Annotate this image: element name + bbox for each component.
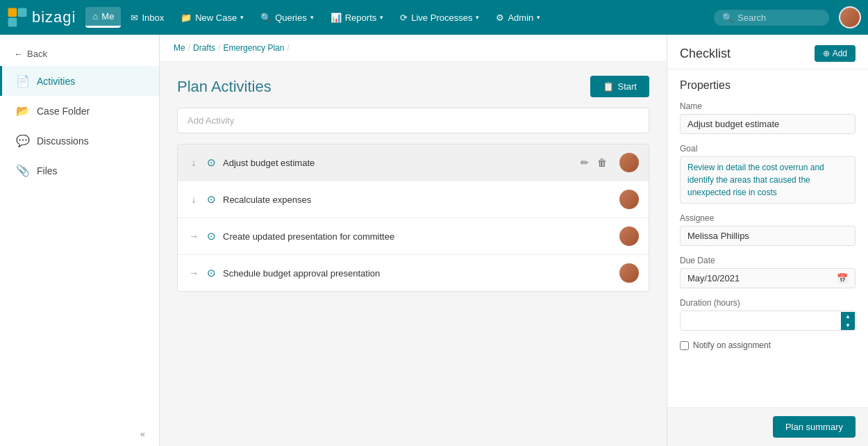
activity-arrow-down-1: ↓ (187, 157, 200, 168)
nav-admin[interactable]: ⚙ Admin ▾ (489, 8, 547, 27)
activity-name-4: Schedule budget approval presentation (223, 268, 612, 279)
home-icon: ⌂ (92, 11, 98, 22)
nav-inbox[interactable]: ✉ Inbox (124, 8, 171, 27)
breadcrumb-drafts[interactable]: Drafts (193, 43, 215, 53)
topnav: bizagi ⌂ Me ✉ Inbox 📁 New Case ▾ 🔍 Queri… (0, 0, 868, 35)
start-button[interactable]: 📋 Start (590, 76, 649, 97)
delete-button-1[interactable]: 🗑 (594, 156, 610, 170)
reports-icon: 📊 (331, 13, 342, 23)
activity-name-1: Adjust budget estimate (223, 158, 571, 168)
goal-value: Review in detail the cost overrun and id… (680, 156, 856, 204)
reports-caret: ▾ (380, 14, 383, 21)
new-case-caret: ▾ (240, 14, 244, 21)
due-date-value[interactable]: May/10/2021 📅 (680, 268, 856, 288)
main-layout: ← Back 📄 Activities 📂 Case Folder 💬 Disc… (0, 35, 868, 446)
sidebar-collapse-button[interactable]: « (0, 422, 159, 446)
duration-increment[interactable]: ▲ (841, 312, 855, 321)
checklist-title: Checklist (680, 47, 731, 61)
duration-field-group: Duration (hours) ▲ ▼ (680, 298, 856, 331)
activity-arrow-down-2: ↓ (187, 194, 200, 205)
activity-clock-icon-4: ⊙ (207, 267, 216, 279)
admin-caret: ▾ (537, 14, 540, 21)
properties-title: Properties (680, 79, 856, 92)
activities-icon: 📄 (16, 74, 30, 88)
duration-spinner: ▲ ▼ (841, 312, 855, 330)
activity-row[interactable]: ↓ ⊙ Adjust budget estimate ✏ 🗑 (178, 144, 649, 181)
activity-avatar-3 (619, 226, 639, 246)
svg-rect-0 (8, 8, 17, 17)
activity-name-2: Recalculate expenses (223, 195, 612, 205)
duration-label: Duration (hours) (680, 298, 856, 308)
nav-me[interactable]: ⌂ Me (85, 7, 121, 28)
right-panel: Checklist ⊕ Add Properties Name Adjust b… (667, 35, 868, 446)
activity-row[interactable]: → ⊙ Schedule budget approval presentatio… (178, 255, 649, 291)
page-header: Plan Activities 📋 Start (177, 76, 649, 97)
panel-properties-section: Properties Name Adjust budget estimate G… (667, 69, 868, 407)
avatar-image (840, 8, 860, 27)
activity-avatar-1 (619, 153, 639, 172)
activity-actions-1: ✏ 🗑 (578, 156, 610, 170)
duration-input[interactable] (681, 311, 841, 330)
nav-reports[interactable]: 📊 Reports ▾ (324, 8, 391, 27)
assignee-value: Melissa Phillips (680, 226, 856, 246)
case-folder-icon: 📂 (16, 104, 30, 117)
sidebar: ← Back 📄 Activities 📂 Case Folder 💬 Disc… (0, 35, 160, 446)
back-button[interactable]: ← Back (0, 42, 159, 66)
back-arrow-icon: ← (14, 49, 23, 59)
breadcrumb-me[interactable]: Me (174, 43, 185, 53)
nav-live-processes[interactable]: ⟳ Live Processes ▾ (393, 8, 486, 27)
nav-new-case[interactable]: 📁 New Case ▾ (174, 8, 251, 27)
activity-clock-icon-1: ⊙ (207, 156, 216, 169)
activity-avatar-4 (619, 263, 639, 283)
panel-footer: Plan summary (667, 407, 868, 446)
breadcrumb: Me / Drafts / Emergency Plan / (160, 35, 667, 62)
assignee-field-group: Assignee Melissa Phillips (680, 213, 856, 246)
nav-queries[interactable]: 🔍 Queries ▾ (253, 8, 321, 27)
due-date-label: Due Date (680, 256, 856, 265)
avatar[interactable] (839, 6, 861, 28)
add-checklist-button[interactable]: ⊕ Add (815, 45, 856, 62)
activity-clock-icon-2: ⊙ (207, 193, 216, 206)
sidebar-item-activities[interactable]: 📄 Activities (0, 66, 159, 96)
search-input[interactable] (737, 13, 821, 23)
calendar-icon[interactable]: 📅 (837, 273, 848, 283)
activity-row[interactable]: ↓ ⊙ Recalculate expenses (178, 181, 649, 218)
search-box[interactable]: 🔍 (714, 10, 829, 26)
queries-caret: ▾ (310, 14, 314, 21)
goal-field-group: Goal Review in detail the cost overrun a… (680, 144, 856, 204)
add-activity-input[interactable]: Add Activity (177, 108, 649, 133)
activity-row[interactable]: → ⊙ Create updated presentation for comm… (178, 218, 649, 255)
logo-text: bizagi (32, 8, 76, 26)
new-case-icon: 📁 (181, 13, 192, 23)
logo[interactable]: bizagi (7, 7, 76, 28)
files-icon: 📎 (16, 164, 30, 177)
svg-rect-2 (8, 18, 17, 27)
sidebar-item-case-folder[interactable]: 📂 Case Folder (0, 96, 159, 126)
sidebar-item-files[interactable]: 📎 Files (0, 156, 159, 185)
queries-icon: 🔍 (260, 13, 272, 23)
goal-label: Goal (680, 144, 856, 154)
add-icon: ⊕ (823, 49, 830, 58)
live-processes-icon: ⟳ (400, 13, 408, 23)
live-processes-caret: ▾ (476, 14, 479, 21)
notify-checkbox[interactable] (680, 341, 689, 350)
svg-rect-1 (18, 8, 27, 17)
activity-arrow-right-4: → (187, 267, 200, 279)
edit-button-1[interactable]: ✏ (578, 156, 592, 170)
sidebar-item-discussions[interactable]: 💬 Discussions (0, 126, 159, 156)
name-field-group: Name Adjust budget estimate (680, 101, 856, 134)
activity-avatar-2 (619, 190, 639, 209)
page-title: Plan Activities (177, 78, 272, 96)
panel-checklist-header: Checklist ⊕ Add (667, 35, 868, 69)
name-value: Adjust budget estimate (680, 114, 856, 134)
activity-list: ↓ ⊙ Adjust budget estimate ✏ 🗑 ↓ ⊙ Recal… (177, 144, 649, 292)
plan-summary-button[interactable]: Plan summary (773, 416, 856, 438)
duration-decrement[interactable]: ▼ (841, 321, 855, 330)
inbox-icon: ✉ (131, 13, 138, 23)
duration-input-wrapper: ▲ ▼ (680, 311, 856, 331)
search-icon: 🔍 (722, 13, 733, 23)
breadcrumb-emergency-plan[interactable]: Emergency Plan (223, 43, 284, 53)
notify-label[interactable]: Notify on assignment (693, 340, 771, 350)
activity-name-3: Create updated presentation for committe… (223, 231, 612, 242)
activity-arrow-right-3: → (187, 231, 200, 242)
